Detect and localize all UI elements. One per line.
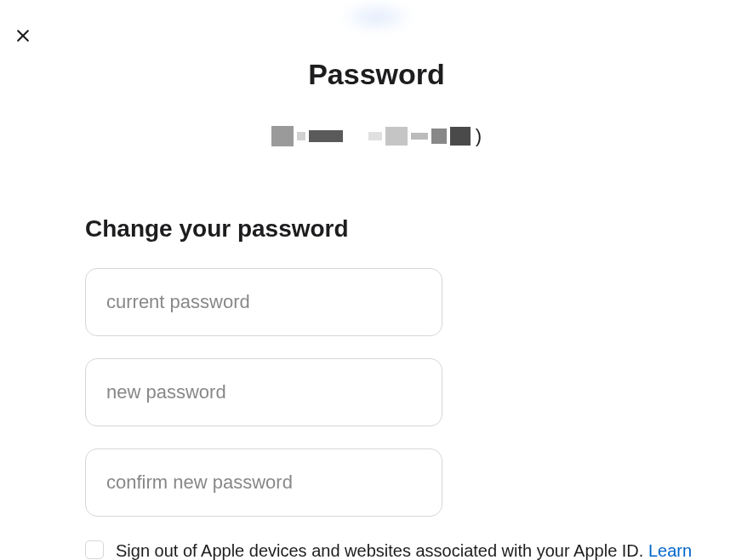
signout-checkbox-row: Sign out of Apple devices and websites a…: [85, 539, 736, 560]
form-content: Change your password Sign out of Apple d…: [0, 215, 753, 560]
learn-more-link[interactable]: Learn: [648, 541, 692, 560]
account-identifier-row: ): [0, 125, 753, 147]
header-blur-decoration: [339, 0, 415, 34]
page-title: Password: [0, 58, 753, 91]
confirm-password-input[interactable]: [85, 449, 442, 517]
redacted-username: [271, 126, 471, 146]
signout-checkbox[interactable]: [85, 540, 104, 559]
section-title: Change your password: [85, 215, 736, 243]
signout-label: Sign out of Apple devices and websites a…: [116, 539, 692, 560]
current-password-input[interactable]: [85, 268, 442, 336]
signout-text: Sign out of Apple devices and websites a…: [116, 541, 648, 560]
close-icon: [14, 27, 31, 44]
trailing-paren: ): [476, 125, 482, 147]
close-button[interactable]: [13, 26, 33, 46]
new-password-input[interactable]: [85, 358, 442, 426]
